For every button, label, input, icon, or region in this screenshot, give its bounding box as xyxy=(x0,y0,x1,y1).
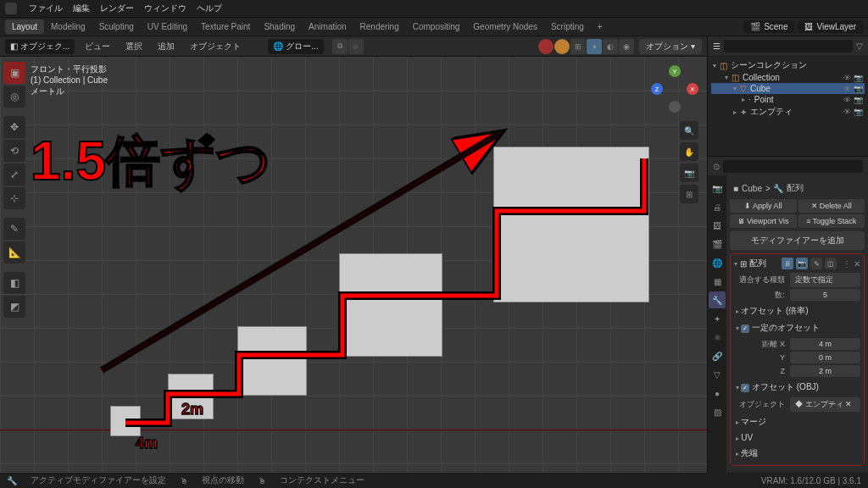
add-menu[interactable]: 追加 xyxy=(153,39,180,54)
workspace-tab-geometry-nodes[interactable]: Geometry Nodes xyxy=(466,19,544,34)
ptab-modifier[interactable]: 🔧 xyxy=(709,291,726,308)
tool-tweak[interactable]: ▣ xyxy=(3,62,25,84)
shade-material[interactable]: ◐ xyxy=(603,39,618,54)
menu-help[interactable]: ヘルプ xyxy=(192,3,227,14)
nav-pan[interactable]: ✋ xyxy=(680,142,698,161)
tool-cursor[interactable]: ◎ xyxy=(3,86,25,108)
object-offset-section[interactable]: ✓ オフセット (OBJ) xyxy=(734,379,860,396)
outliner-search[interactable] xyxy=(724,40,853,53)
mode-selector[interactable]: ◧ オブジェク... xyxy=(5,39,75,54)
tool-add-other[interactable]: ◩ xyxy=(3,296,25,318)
tool-measure[interactable]: 📐 xyxy=(3,241,25,263)
ptab-constraint[interactable]: 🔗 xyxy=(709,347,726,364)
uv-section[interactable]: UV xyxy=(734,430,860,445)
outliner-item-cube[interactable]: ▾▽Cube👁📷 xyxy=(711,83,865,94)
outliner-item-エンプティ[interactable]: ▸✦エンプティ👁📷 xyxy=(711,105,865,119)
nav-perspective[interactable]: ⊞ xyxy=(680,185,698,203)
mod-menu-icon[interactable]: ⋮ xyxy=(843,259,851,269)
mod-cage-toggle[interactable]: ◫ xyxy=(825,258,837,269)
add-modifier-button[interactable]: モディファイアーを追加 xyxy=(730,231,865,250)
workspace-tab-texture-paint[interactable]: Texture Paint xyxy=(194,19,257,34)
toggle-stack-button[interactable]: ≡ Toggle Stack xyxy=(798,214,865,228)
outliner-scene-collection[interactable]: ▾◫ シーンコレクション xyxy=(711,58,865,72)
outliner-item-point[interactable]: ▸·Point👁📷 xyxy=(711,94,865,105)
viewlayer-selector[interactable]: 🖼 ViewLayer xyxy=(798,20,863,33)
nav-gizmo[interactable]: Y X Z xyxy=(651,65,698,113)
tool-move[interactable]: ✥ xyxy=(3,116,25,138)
nav-camera[interactable]: 📷 xyxy=(680,164,698,182)
render-icon[interactable]: 📷 xyxy=(854,96,863,104)
menu-render[interactable]: レンダー xyxy=(95,3,139,14)
nav-zoom[interactable]: 🔍 xyxy=(680,121,698,140)
outliner-filter-btn[interactable]: ▽ xyxy=(856,42,863,51)
visibility-icon[interactable]: 👁 xyxy=(843,108,851,116)
cube-instance-4[interactable] xyxy=(493,147,649,302)
menu-file[interactable]: ファイル xyxy=(24,3,68,14)
workspace-tab-rendering[interactable]: Rendering xyxy=(353,19,406,34)
menu-edit[interactable]: 編集 xyxy=(68,3,95,14)
menu-window[interactable]: ウィンドウ xyxy=(139,3,192,14)
visibility-icon[interactable]: 👁 xyxy=(843,85,851,93)
constant-offset-checkbox[interactable]: ✓ xyxy=(741,324,749,333)
ptab-world[interactable]: 🌐 xyxy=(709,254,726,271)
shade-solid[interactable]: ● xyxy=(587,39,602,54)
workspace-tab-compositing[interactable]: Compositing xyxy=(406,19,467,34)
offset-x-input[interactable]: 4 m xyxy=(790,338,860,350)
workspace-tab-shading[interactable]: Shading xyxy=(257,19,302,34)
ptab-texture[interactable]: ▨ xyxy=(709,403,726,420)
cube-instance-2[interactable] xyxy=(237,326,307,396)
workspace-add-button[interactable]: + xyxy=(591,19,609,34)
tool-transform[interactable]: ⊹ xyxy=(3,187,25,209)
ptab-particle[interactable]: ✦ xyxy=(709,310,726,327)
cube-instance-0[interactable] xyxy=(110,406,141,436)
props-pin-icon[interactable]: ⊙ xyxy=(713,162,720,171)
tool-annotate[interactable]: ✎ xyxy=(3,218,25,240)
mod-render-toggle[interactable]: 📷 xyxy=(796,258,808,269)
outliner-item-collection[interactable]: ▾◫Collection👁📷 xyxy=(711,72,865,83)
object-offset-checkbox[interactable]: ✓ xyxy=(741,384,749,392)
workspace-tab-modeling[interactable]: Modeling xyxy=(44,19,92,34)
mod-edit-toggle[interactable]: ✎ xyxy=(810,258,822,269)
render-icon[interactable]: 📷 xyxy=(854,74,863,82)
workspace-tab-animation[interactable]: Animation xyxy=(302,19,353,34)
shade-wireframe[interactable]: ⊞ xyxy=(570,39,586,54)
cube-instance-3[interactable] xyxy=(339,253,442,357)
mod-realtime-toggle[interactable]: 🖥 xyxy=(782,258,793,269)
render-icon[interactable]: 📷 xyxy=(854,108,863,116)
ptab-viewlayer[interactable]: 🖼 xyxy=(709,217,726,234)
gizmo-neg-axis[interactable] xyxy=(669,101,681,113)
offset-y-input[interactable]: 0 m xyxy=(790,352,860,363)
tool-scale[interactable]: ⤢ xyxy=(3,164,25,186)
ptab-scene[interactable]: 🎬 xyxy=(709,236,726,252)
snap-toggle[interactable]: ⧉ xyxy=(332,39,348,54)
ptab-material[interactable]: ● xyxy=(709,385,726,402)
workspace-tab-layout[interactable]: Layout xyxy=(5,19,44,34)
merge-section[interactable]: マージ xyxy=(734,413,860,430)
orientation-selector[interactable]: 🌐 グロー... xyxy=(268,39,323,54)
shade-rendered[interactable]: ◉ xyxy=(619,39,634,54)
apply-all-button[interactable]: ⬇ Apply All xyxy=(730,199,797,213)
overlay-toggle[interactable] xyxy=(538,39,554,54)
ptab-physics[interactable]: ⚛ xyxy=(709,329,726,346)
scene-selector[interactable]: 🎬 Scene xyxy=(743,20,794,33)
object-menu[interactable]: オブジェクト xyxy=(185,39,246,54)
viewport-vis-button[interactable]: 🖥 Viewport Vis xyxy=(730,214,797,228)
proportional-toggle[interactable]: ○ xyxy=(348,39,364,54)
workspace-tab-uv-editing[interactable]: UV Editing xyxy=(141,19,194,34)
workspace-tab-sculpting[interactable]: Sculpting xyxy=(92,19,141,34)
viewport-3d[interactable]: 1.5倍ずつ 4m 2m ▣ ◎ ✥ ⟲ ⤢ ⊹ ✎ 📐 ◧ ◩ フロント・平行… xyxy=(0,57,707,473)
gizmo-z-axis[interactable]: Z xyxy=(651,83,663,95)
outliner-filter-icon[interactable]: ☰ xyxy=(713,42,721,51)
tool-rotate[interactable]: ⟲ xyxy=(3,140,25,162)
view-menu[interactable]: ビュー xyxy=(80,39,115,54)
props-search-input[interactable] xyxy=(723,160,863,173)
cube-instance-1[interactable] xyxy=(168,374,214,419)
delete-all-button[interactable]: ✕ Delete All xyxy=(798,199,865,213)
viewport-options[interactable]: オプション ▾ xyxy=(639,39,702,54)
relative-offset-section[interactable]: オフセット (倍率) xyxy=(734,302,860,319)
offset-z-input[interactable]: 2 m xyxy=(790,365,860,377)
workspace-tab-scripting[interactable]: Scripting xyxy=(544,19,591,34)
render-icon[interactable]: 📷 xyxy=(854,85,863,93)
select-menu[interactable]: 選択 xyxy=(120,39,147,54)
mod-close-icon[interactable]: ✕ xyxy=(854,259,860,269)
